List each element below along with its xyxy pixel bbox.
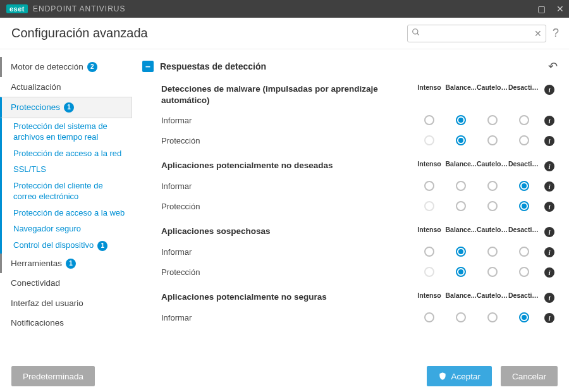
info-icon[interactable]: i [544, 313, 554, 323]
column-header: Desactiv... [508, 83, 540, 91]
setting-row: Proteccióni [161, 257, 559, 278]
radio-option[interactable] [519, 267, 529, 277]
info-col: i [540, 312, 559, 323]
radio-option[interactable] [487, 312, 498, 322]
radio-option[interactable] [487, 247, 498, 257]
collapse-icon[interactable]: – [142, 61, 154, 72]
column-header: Intenso [413, 160, 445, 168]
sidebar-subitem[interactable]: Protección de acceso a la web [0, 205, 132, 221]
radio-cell [445, 181, 477, 191]
radio-option[interactable] [424, 115, 434, 125]
clear-search-icon[interactable]: ✕ [534, 28, 542, 39]
radio-option[interactable] [519, 201, 529, 211]
radio-option[interactable] [519, 181, 529, 191]
radio-cell [477, 135, 508, 145]
info-icon[interactable]: i [544, 227, 554, 237]
default-button[interactable]: Predeterminada [11, 366, 95, 386]
row-label: Protección [161, 202, 413, 211]
radio-cell [413, 181, 445, 191]
info-icon[interactable]: i [544, 181, 554, 192]
info-col: i [540, 135, 559, 146]
shield-icon [438, 372, 447, 381]
radio-option[interactable] [487, 201, 498, 211]
close-icon[interactable]: ✕ [555, 4, 565, 14]
info-col: i [540, 83, 559, 95]
radio-option[interactable] [424, 312, 434, 322]
radio-option[interactable] [487, 267, 498, 277]
sidebar-item-label: Conectividad [11, 278, 60, 289]
column-header: Intenso [413, 291, 445, 299]
info-icon[interactable]: i [544, 136, 554, 146]
radio-group [413, 181, 540, 191]
radio-option[interactable] [519, 115, 529, 125]
cancel-button[interactable]: Cancelar [501, 366, 558, 386]
radio-option[interactable] [519, 312, 529, 322]
radio-option[interactable] [456, 115, 466, 125]
radio-option[interactable] [487, 181, 498, 191]
sidebar-item[interactable]: Actualización [0, 77, 132, 97]
sidebar-subitem[interactable]: Protección de acceso a la red [0, 145, 132, 162]
sidebar-item[interactable]: Notificaciones [0, 313, 132, 333]
setting-row: Informari [161, 237, 559, 257]
sidebar-item[interactable]: Motor de detección2 [0, 57, 132, 77]
info-icon[interactable]: i [544, 202, 554, 212]
sidebar-subitem[interactable]: Protección del cliente de correo electró… [0, 178, 132, 205]
help-icon[interactable]: ? [553, 27, 559, 40]
sidebar: Motor de detección2ActualizaciónProtecci… [0, 49, 136, 360]
radio-group [413, 267, 540, 277]
radio-option[interactable] [487, 135, 498, 145]
radio-cell [413, 135, 445, 145]
setting-group: Aplicaciones potencialmente no segurasIn… [142, 289, 559, 334]
radio-cell [477, 247, 508, 257]
radio-option[interactable] [424, 247, 434, 257]
radio-option[interactable] [519, 247, 529, 257]
info-icon[interactable]: i [544, 85, 554, 95]
column-header: Balance... [445, 291, 477, 299]
radio-option[interactable] [456, 201, 466, 211]
row-label: Protección [161, 267, 413, 277]
sidebar-subitem[interactable]: Control del dispositivo1 [0, 237, 132, 254]
sidebar-item-label: Control del dispositivo [13, 240, 94, 250]
sidebar-item[interactable]: Protecciones1 [0, 97, 132, 118]
row-label: Informar [161, 181, 413, 191]
sidebar-item[interactable]: Herramientas1 [0, 254, 132, 274]
radio-option[interactable] [487, 115, 498, 125]
info-icon[interactable]: i [544, 267, 554, 278]
info-icon[interactable]: i [544, 247, 554, 257]
radio-option[interactable] [456, 247, 466, 257]
sidebar-subitem[interactable]: Protección del sistema de archivos en ti… [0, 118, 132, 145]
info-col: i [540, 114, 559, 126]
row-label: Protección [161, 136, 413, 145]
sidebar-subitem[interactable]: Navegador seguro [0, 221, 132, 237]
radio-option[interactable] [456, 181, 466, 191]
radio-option[interactable] [519, 135, 529, 145]
sidebar-subitem[interactable]: SSL/TLS [0, 161, 132, 178]
accept-button[interactable]: Aceptar [427, 366, 492, 386]
sidebar-item-label: SSL/TLS [13, 164, 46, 174]
radio-cell [445, 115, 477, 125]
radio-option[interactable] [456, 135, 466, 145]
search-box[interactable]: ✕ [407, 25, 546, 42]
sidebar-item[interactable]: Conectividad [0, 273, 132, 293]
content-scroll[interactable]: – Respuestas de detección ↶ Detecciones … [142, 57, 568, 360]
column-headers: IntensoBalance...CautelosoDesactiv... [413, 226, 540, 233]
info-icon[interactable]: i [544, 293, 554, 303]
sidebar-item-label: Herramientas [11, 258, 62, 269]
sidebar-item-label: Protección de acceso a la red [13, 149, 121, 158]
radio-cell [477, 115, 508, 125]
revert-icon[interactable]: ↶ [548, 59, 558, 73]
radio-option[interactable] [424, 181, 434, 191]
maximize-icon[interactable]: ▢ [536, 4, 546, 14]
count-badge: 1 [64, 102, 74, 113]
group-title-row: Aplicaciones sospechosasIntensoBalance..… [161, 226, 559, 237]
radio-cell [445, 135, 477, 145]
radio-cell [413, 312, 445, 322]
search-input[interactable] [423, 28, 534, 38]
radio-option[interactable] [456, 267, 466, 277]
radio-cell [508, 181, 540, 191]
sidebar-item[interactable]: Interfaz del usuario [0, 293, 132, 314]
info-icon[interactable]: i [544, 116, 554, 126]
radio-option[interactable] [456, 312, 466, 322]
radio-cell [477, 181, 508, 191]
info-icon[interactable]: i [544, 161, 554, 171]
